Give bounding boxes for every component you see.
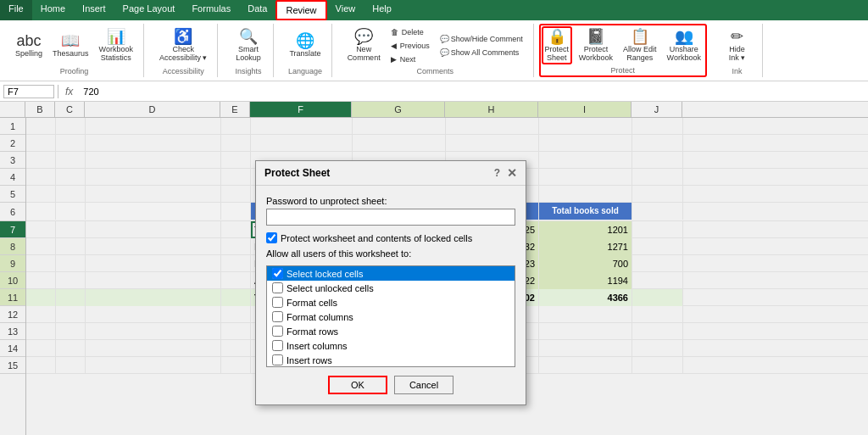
tab-view[interactable]: View [327,0,364,20]
col-header-h[interactable]: H [445,102,538,117]
new-comment-label: NewComment [348,45,381,62]
col-header-d[interactable]: D [85,102,220,117]
list-item[interactable]: Insert columns [267,338,515,353]
check-accessibility-button[interactable]: ♿ CheckAccessibility ▾ [156,27,211,64]
protect-sheet-label: ProtectSheet [544,45,569,62]
cells-area: MARK [26,118,868,435]
list-item[interactable]: Format rows [267,324,515,338]
row-header-12[interactable]: 12 [0,306,25,323]
row-header-4[interactable]: 4 [0,169,25,186]
row-header-15[interactable]: 15 [0,357,25,374]
row-header-5[interactable]: 5 [0,186,25,203]
smart-lookup-label: SmartLookup [236,45,261,62]
dialog-titlebar: Protect Sheet ? ✕ [256,161,526,186]
show-all-icon: 💬 [440,48,449,57]
protect-workbook-button[interactable]: 📓 ProtectWorkbook [576,27,616,64]
row-header-13[interactable]: 13 [0,323,25,340]
col-header-i[interactable]: I [538,102,632,117]
comments-group-label: Comments [416,67,453,75]
col-header-f[interactable]: F [250,102,352,117]
proofing-group: abc Spelling 📖 Thesaurus 📊 WorkbookStati… [5,24,144,77]
smart-lookup-button[interactable]: 🔍 SmartLookup [232,27,264,64]
new-comment-button[interactable]: 💬 NewComment [344,27,384,64]
row-headers: 1 2 3 4 5 6 7 8 9 10 11 12 13 14 15 [0,118,26,435]
delete-comment-button[interactable]: 🗑Delete [387,26,433,38]
row-header-2[interactable]: 2 [0,135,25,152]
next-label: Next [400,55,416,64]
show-all-comments-button[interactable]: 💬 Show All Comments [437,47,526,59]
accessibility-group-label: Accessibility [163,67,204,75]
thesaurus-button[interactable]: 📖 Thesaurus [49,31,92,59]
list-item-checkbox[interactable] [272,340,283,351]
tab-help[interactable]: Help [364,0,400,20]
column-headers: B C D E F G H I J [0,102,868,118]
password-label: Password to unprotect sheet: [266,196,515,206]
list-item[interactable]: Select unlocked cells [267,281,515,295]
row-header-14[interactable]: 14 [0,340,25,357]
list-item-checkbox[interactable] [272,282,283,293]
row-header-6[interactable]: 6 [0,203,25,221]
ok-button[interactable]: OK [328,376,387,394]
previous-comment-button[interactable]: ◀Previous [387,40,433,52]
thesaurus-icon: 📖 [61,33,80,48]
language-group: 🌐 Translate Language [279,24,331,77]
allow-edit-ranges-button[interactable]: 📋 Allow EditRanges [620,27,660,64]
dialog-close-button[interactable]: ✕ [507,166,517,180]
show-hide-comment-button[interactable]: 💬 Show/Hide Comment [437,33,526,45]
workbook-stats-button[interactable]: 📊 WorkbookStatistics [96,27,136,64]
unshare-workbook-button[interactable]: 👥 UnshareWorkbook [664,27,704,64]
col-header-c[interactable]: C [55,102,85,117]
protect-worksheet-label: Protect worksheet and contents of locked… [281,233,472,243]
tab-formulas[interactable]: Formulas [183,0,239,20]
col-header-j[interactable]: J [632,102,682,117]
protect-sheet-dialog: Protect Sheet ? ✕ Password to unprotect … [255,160,526,405]
name-box[interactable] [3,85,54,98]
tab-file[interactable]: File [0,0,32,20]
previous-label: Previous [400,42,430,50]
list-item-checkbox[interactable] [272,326,283,337]
fx-label: fx [62,86,76,98]
list-item[interactable]: Format cells [267,295,515,310]
proofing-label: Proofing [60,67,89,75]
row-header-9[interactable]: 9 [0,255,25,272]
col-header-g[interactable]: G [352,102,445,117]
list-item-checkbox[interactable] [272,268,283,279]
tab-review[interactable]: Review [275,0,326,20]
hide-ink-button[interactable]: ✏ HideInk ▾ [721,27,752,64]
tab-data[interactable]: Data [239,0,275,20]
cancel-button[interactable]: Cancel [394,376,453,394]
tab-home[interactable]: Home [32,0,74,20]
list-item-checkbox[interactable] [272,354,283,365]
tab-insert[interactable]: Insert [74,0,114,20]
protect-worksheet-checkbox[interactable] [266,232,277,243]
row-header-8[interactable]: 8 [0,238,25,255]
ink-group: ✏ HideInk ▾ Ink [712,24,763,77]
col-header-e[interactable]: E [220,102,250,117]
hide-ink-label: HideInk ▾ [729,45,746,62]
translate-button[interactable]: 🌐 Translate [286,31,324,59]
dialog-help-icon[interactable]: ? [494,167,500,179]
translate-icon: 🌐 [296,33,314,48]
formula-input[interactable] [80,86,865,98]
list-item[interactable]: Insert rows [267,353,515,367]
list-item-checkbox[interactable] [272,311,283,322]
next-comment-button[interactable]: ▶Next [387,53,433,65]
row-header-1[interactable]: 1 [0,118,25,135]
row-header-11[interactable]: 11 [0,289,25,306]
list-item-checkbox[interactable] [272,297,283,308]
list-item[interactable]: Format columns [267,310,515,324]
spelling-button[interactable]: abc Spelling [12,31,46,59]
protect-sheet-button[interactable]: 🔒 ProtectSheet [542,26,572,64]
allow-list[interactable]: Select locked cellsSelect unlocked cells… [266,265,515,367]
workbook-stats-label: WorkbookStatistics [99,45,133,62]
row-header-10[interactable]: 10 [0,272,25,289]
row-header-7[interactable]: 7 [0,221,25,238]
protect-group-label: Protect [611,66,636,75]
list-item[interactable]: Select locked cells [267,266,515,281]
tab-page-layout[interactable]: Page Layout [114,0,184,20]
protect-worksheet-checkbox-row: Protect worksheet and contents of locked… [266,232,515,243]
password-input[interactable] [266,209,515,226]
row-header-3[interactable]: 3 [0,152,25,169]
new-comment-icon: 💬 [354,29,373,44]
col-header-b[interactable]: B [25,102,55,117]
